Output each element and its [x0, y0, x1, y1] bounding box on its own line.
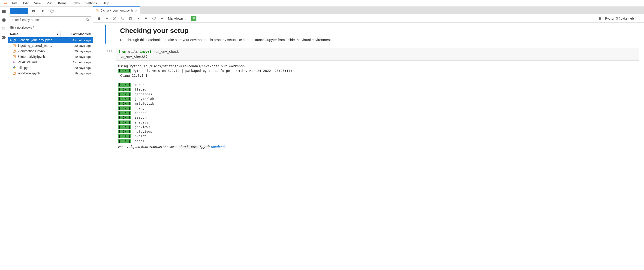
- svg-rect-3: [3, 19, 4, 21]
- svg-rect-7: [3, 28, 5, 29]
- tab-notebook[interactable]: 0-check_your_env.ipynb ✕: [93, 6, 140, 14]
- svg-rect-21: [14, 73, 15, 73]
- refresh-icon[interactable]: [48, 8, 56, 14]
- extensions-icon[interactable]: [1, 35, 7, 40]
- menu-view[interactable]: View: [32, 0, 44, 6]
- file-modified: 19 days ago: [61, 72, 91, 75]
- column-header-modified[interactable]: Last Modified: [61, 31, 93, 37]
- breadcrumb-path: / notebooks /: [15, 25, 34, 29]
- menu-bar: FileEditViewRunKernelTabsSettingsHelp: [0, 0, 644, 7]
- svg-point-1: [4, 4, 4, 4]
- file-name: README.md: [18, 60, 61, 64]
- menu-help[interactable]: Help: [100, 0, 112, 6]
- markdown-paragraph: Run through this notebook to make sure y…: [120, 38, 640, 42]
- menu-edit[interactable]: Edit: [20, 0, 32, 6]
- code-cell[interactable]: [1]: from utils import run_env_check run…: [105, 48, 640, 61]
- run-icon[interactable]: [135, 15, 142, 22]
- file-type-icon: [12, 55, 16, 58]
- svg-rect-15: [14, 45, 15, 45]
- code-input[interactable]: from utils import run_env_check run_env_…: [116, 48, 640, 61]
- svg-rect-12: [13, 39, 15, 41]
- file-modified: 19 days ago: [61, 55, 91, 58]
- breadcrumb[interactable]: / notebooks /: [8, 24, 93, 31]
- file-name: workbook.ipynb: [18, 71, 61, 75]
- file-row[interactable]: workbook.ipynb19 days ago: [8, 71, 93, 76]
- file-modified: 20 days ago: [61, 66, 91, 70]
- search-icon: [86, 18, 89, 21]
- input-prompt: [1]:: [105, 48, 116, 61]
- svg-rect-35: [192, 19, 194, 19]
- markdown-heading: Checking your setup: [120, 27, 640, 34]
- debugger-icon[interactable]: [598, 16, 602, 20]
- svg-line-11: [88, 20, 89, 21]
- svg-rect-18: [13, 55, 15, 58]
- file-row[interactable]: 3-interactivity.ipynb19 days ago: [8, 54, 93, 59]
- notebook-toolbar: + Markdown ⌄ Python 3 (ipykernel): [93, 14, 644, 22]
- notebook-icon: [96, 9, 99, 12]
- upload-icon[interactable]: [39, 8, 47, 14]
- markdown-note: Note: Adapted from Andreas Mueller's che…: [116, 145, 640, 149]
- paste-icon[interactable]: [127, 15, 134, 22]
- file-name: 3-interactivity.ipynb: [18, 55, 61, 58]
- insert-cell-icon[interactable]: +: [104, 15, 110, 22]
- svg-rect-5: [3, 28, 5, 28]
- file-modified: 20 days ago: [61, 49, 91, 53]
- svg-rect-22: [96, 9, 98, 12]
- file-type-icon: M: [12, 60, 16, 64]
- activity-bar: [0, 7, 8, 270]
- new-folder-icon[interactable]: [30, 8, 38, 14]
- file-modified: 4 months ago: [61, 61, 91, 64]
- chevron-down-icon: ⌄: [184, 16, 187, 20]
- file-list: 0-check_your_env.ipynb4 months ago1-gett…: [8, 37, 93, 270]
- kernel-name[interactable]: Python 3 (ipykernel): [605, 16, 634, 20]
- file-row[interactable]: 1-getting_started_with...20 days ago: [8, 43, 93, 48]
- restart-icon[interactable]: [150, 15, 158, 22]
- column-header-name[interactable]: Name ▴: [8, 31, 61, 37]
- svg-point-4: [2, 27, 2, 28]
- file-row[interactable]: 2-animations.ipynb20 days ago: [8, 48, 93, 54]
- svg-point-6: [2, 28, 2, 29]
- save-icon[interactable]: [96, 15, 102, 22]
- file-type-icon: [12, 44, 16, 47]
- interrupt-icon[interactable]: [143, 15, 150, 22]
- menu-kernel[interactable]: Kernel: [55, 0, 70, 6]
- notebook-link[interactable]: notebook: [211, 145, 226, 148]
- filter-files-input[interactable]: [10, 16, 91, 23]
- svg-rect-32: [146, 17, 147, 19]
- folder-icon[interactable]: [1, 8, 7, 14]
- file-type-icon: [12, 38, 16, 42]
- close-icon[interactable]: ✕: [135, 9, 138, 12]
- cell-type-dropdown[interactable]: Markdown ⌄: [166, 16, 189, 20]
- svg-point-0: [5, 1, 6, 2]
- tab-title: 0-check_your_env.ipynb: [101, 9, 133, 12]
- cut-icon[interactable]: [111, 15, 118, 22]
- file-name: 1-getting_started_with...: [18, 44, 61, 47]
- kernel-status-icon[interactable]: [636, 16, 640, 20]
- restart-run-all-icon[interactable]: [158, 15, 165, 22]
- svg-rect-16: [13, 50, 15, 52]
- menu-settings[interactable]: Settings: [83, 0, 100, 6]
- file-row[interactable]: MREADME.md4 months ago: [8, 59, 93, 65]
- svg-rect-34: [192, 18, 195, 18]
- copy-icon[interactable]: [119, 15, 126, 22]
- menu-run[interactable]: Run: [44, 0, 56, 6]
- menu-file[interactable]: File: [10, 0, 20, 6]
- menu-tabs[interactable]: Tabs: [70, 0, 83, 6]
- svg-rect-31: [130, 17, 131, 17]
- svg-rect-20: [13, 72, 15, 75]
- file-row[interactable]: 0-check_your_env.ipynb4 months ago: [8, 37, 93, 43]
- toc-icon[interactable]: [1, 26, 7, 31]
- file-name: 0-check_your_env.ipynb: [18, 38, 61, 42]
- new-launcher-button[interactable]: +: [10, 8, 28, 14]
- file-modified: 4 months ago: [61, 38, 91, 42]
- svg-rect-23: [97, 10, 98, 10]
- file-row[interactable]: utils.py20 days ago: [8, 65, 93, 71]
- file-type-icon: [12, 71, 16, 75]
- svg-rect-19: [14, 56, 15, 56]
- render-markdown-icon[interactable]: [191, 16, 196, 21]
- file-modified: 20 days ago: [61, 44, 91, 47]
- running-icon[interactable]: [1, 17, 7, 23]
- jupyter-logo-icon: [3, 1, 8, 5]
- svg-rect-14: [13, 44, 15, 47]
- markdown-cell[interactable]: Checking your setup Run through this not…: [105, 25, 640, 43]
